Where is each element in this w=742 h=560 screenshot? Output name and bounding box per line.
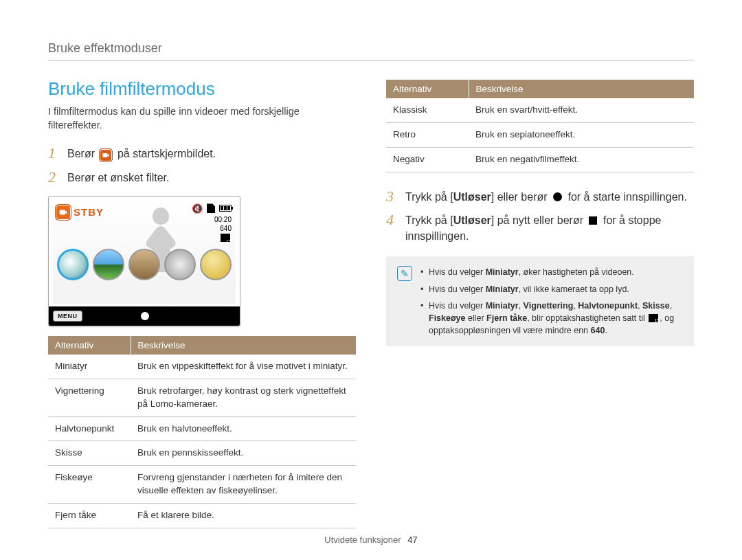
step-text-before: Berør bbox=[67, 148, 98, 159]
table-row: Fjern tåkeFå et klarere bilde. bbox=[48, 504, 356, 528]
stby-label: STBY bbox=[74, 206, 104, 218]
battery-icon bbox=[219, 205, 232, 212]
table-row: NegativBruk en negativfilmeffekt. bbox=[386, 147, 694, 172]
opt-desc: Bruk en halvtoneeffekt. bbox=[131, 416, 356, 441]
t: ] eller berør bbox=[491, 191, 550, 203]
divider bbox=[48, 60, 694, 60]
opt-name: Klassisk bbox=[386, 98, 469, 122]
table-row: RetroBruk en sepiatoneeffekt. bbox=[386, 122, 694, 147]
record-icon bbox=[553, 192, 562, 201]
opt-desc: Få et klarere bilde. bbox=[131, 504, 356, 528]
opt-desc: Bruk en svart/hvitt-effekt. bbox=[469, 98, 694, 122]
opt-name: Fjern tåke bbox=[48, 504, 131, 528]
options-table-right: Alternativ Beskrivelse KlassiskBruk en s… bbox=[386, 80, 694, 172]
note-box: ✎ Hvis du velger Miniatyr, øker hastighe… bbox=[386, 256, 694, 346]
opt-desc: Forvreng gjenstander i nærheten for å im… bbox=[131, 466, 356, 504]
step-2: 2 Berør et ønsket filter. bbox=[48, 168, 356, 186]
mute-icon: 🔇 bbox=[192, 203, 203, 214]
right-column: Alternativ Beskrivelse KlassiskBruk en s… bbox=[386, 78, 694, 528]
options-table-left: Alternativ Beskrivelse MiniatyrBruk en v… bbox=[48, 336, 356, 528]
th-alternativ: Alternativ bbox=[48, 336, 131, 355]
th-beskrivelse: Beskrivelse bbox=[131, 336, 356, 355]
menu-button[interactable]: MENU bbox=[53, 311, 82, 322]
step-text: Trykk på [Utløser] eller berør for å sta… bbox=[405, 188, 694, 205]
t: Fiskeøye bbox=[429, 313, 466, 323]
filter-thumb-2[interactable] bbox=[93, 249, 124, 280]
t: Hvis du velger bbox=[429, 267, 486, 277]
note-icon: ✎ bbox=[397, 266, 412, 281]
stop-icon bbox=[589, 216, 597, 225]
filter-thumb-4[interactable] bbox=[164, 249, 196, 280]
t: , øker hastigheten på videoen. bbox=[519, 267, 634, 277]
opt-name: Miniatyr bbox=[48, 355, 131, 379]
t: Trykk på [ bbox=[405, 214, 453, 226]
framerate-icon bbox=[649, 314, 658, 322]
table-row: HalvtonepunktBruk en halvtoneeffekt. bbox=[48, 416, 356, 441]
two-column-layout: Bruke filmfiltermodus I filmfiltermodus … bbox=[48, 78, 694, 528]
t: Hvis du velger bbox=[429, 284, 486, 294]
movie-filter-icon bbox=[100, 149, 112, 161]
opt-name: Skisse bbox=[48, 441, 131, 466]
note-list: Hvis du velger Miniatyr, øker hastighete… bbox=[420, 266, 683, 337]
t: , vil ikke kameraet ta opp lyd. bbox=[519, 284, 629, 294]
step-number: 4 bbox=[386, 211, 398, 229]
manual-page: Bruke effektmoduser Bruke filmfiltermodu… bbox=[0, 0, 742, 560]
t: , blir opptakshastigheten satt til bbox=[527, 313, 647, 323]
opt-desc: Bruk retrofarger, høy kontrast og sterk … bbox=[131, 379, 356, 416]
t: . bbox=[605, 326, 607, 335]
t: for å starte innspillingen. bbox=[565, 191, 687, 203]
opt-name: Retro bbox=[386, 122, 469, 147]
opt-desc: Bruk en vippeskifteffekt for å vise moti… bbox=[131, 355, 356, 379]
page-footer: Utvidete funksjoner 47 bbox=[0, 535, 742, 545]
step-text-after: på startskjermbildet. bbox=[117, 148, 216, 159]
table-row: FiskeøyeForvreng gjenstander i nærheten … bbox=[48, 466, 356, 504]
record-button[interactable] bbox=[141, 312, 149, 320]
opt-name: Negativ bbox=[386, 147, 469, 172]
steps-left: 1 Berør på startskjermbildet. 2 Berør et… bbox=[48, 144, 356, 186]
t: Miniatyr bbox=[486, 284, 519, 294]
svg-rect-1 bbox=[60, 210, 65, 214]
page-title: Bruke filmfiltermodus bbox=[48, 78, 356, 100]
note-item: Hvis du velger Miniatyr, vil ikke kamera… bbox=[420, 283, 683, 295]
th-beskrivelse: Beskrivelse bbox=[469, 80, 694, 98]
resolution-label: 640 bbox=[220, 225, 232, 232]
viewfinder: STBY 🔇 00:20 640 bbox=[53, 201, 236, 304]
step-3: 3 Trykk på [Utløser] eller berør for å s… bbox=[386, 188, 694, 205]
left-column: Bruke filmfiltermodus I filmfiltermodus … bbox=[48, 78, 356, 528]
note-item: Hvis du velger Miniatyr, Vignettering, H… bbox=[420, 300, 683, 337]
opt-name: Halvtonepunkt bbox=[48, 416, 131, 441]
opt-desc: Bruk en negativfilmeffekt. bbox=[469, 147, 694, 172]
filter-thumb-5[interactable] bbox=[200, 249, 232, 280]
step-number: 1 bbox=[48, 144, 60, 162]
note-item: Hvis du velger Miniatyr, øker hastighete… bbox=[420, 266, 683, 278]
opt-desc: Bruk en sepiatoneeffekt. bbox=[469, 122, 694, 147]
step-number: 3 bbox=[386, 188, 398, 205]
table-row: MiniatyrBruk en vippeskifteffekt for å v… bbox=[48, 355, 356, 379]
vf-top-right: 🔇 bbox=[192, 203, 232, 214]
shutter-bold: Utløser bbox=[453, 191, 491, 203]
framerate-icon bbox=[221, 234, 230, 242]
t: Miniatyr bbox=[486, 267, 519, 277]
table-row: KlassiskBruk en svart/hvitt-effekt. bbox=[386, 98, 694, 122]
table-row: VignetteringBruk retrofarger, høy kontra… bbox=[48, 379, 356, 416]
t: 640 bbox=[591, 326, 605, 335]
step-text: Berør på startskjermbildet. bbox=[67, 144, 356, 161]
t: Trykk på [ bbox=[405, 191, 453, 203]
opt-name: Vignettering bbox=[48, 379, 131, 416]
steps-right: 3 Trykk på [Utløser] eller berør for å s… bbox=[386, 188, 694, 245]
filter-thumb-1[interactable] bbox=[57, 249, 89, 280]
t: Fjern tåke bbox=[486, 313, 527, 323]
step-text: Berør et ønsket filter. bbox=[67, 168, 356, 186]
t: Miniatyr bbox=[486, 301, 519, 311]
t: Skisse bbox=[642, 301, 670, 311]
opt-desc: Bruk en pennskisseeffekt. bbox=[131, 441, 356, 466]
svg-rect-0 bbox=[103, 153, 108, 157]
camera-bottom-bar: MENU bbox=[49, 306, 240, 326]
step-1: 1 Berør på startskjermbildet. bbox=[48, 144, 356, 162]
step-text: Trykk på [Utløser] på nytt eller berør f… bbox=[405, 211, 694, 244]
table-row: SkisseBruk en pennskisseeffekt. bbox=[48, 441, 356, 466]
filter-thumb-3[interactable] bbox=[128, 249, 160, 280]
vf-info: 00:20 640 bbox=[214, 216, 232, 242]
standby-indicator: STBY bbox=[56, 205, 104, 220]
step-number: 2 bbox=[48, 168, 60, 186]
